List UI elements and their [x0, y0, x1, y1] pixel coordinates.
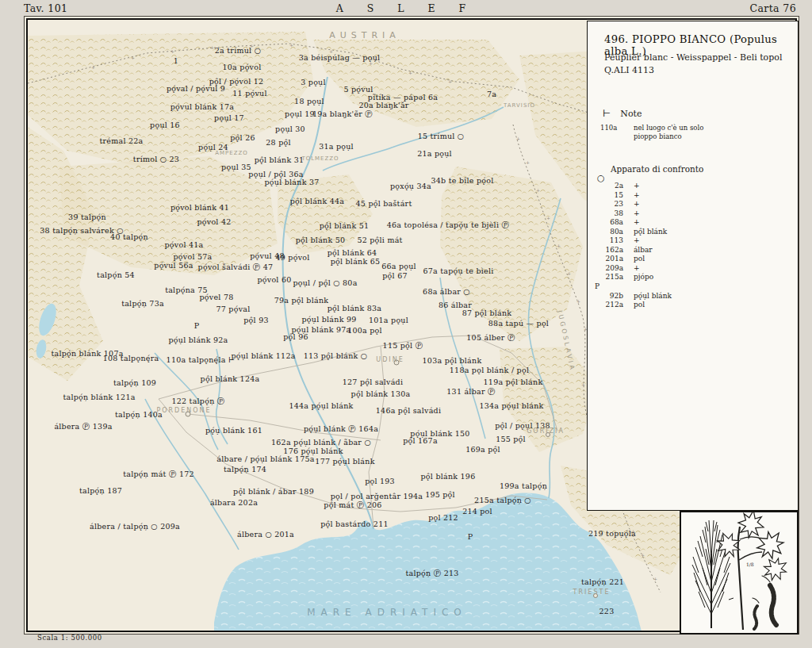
- apparato-point-number: 201a: [592, 255, 623, 264]
- apparato-value: +: [634, 236, 640, 246]
- apparato-point-number: 215a: [592, 273, 623, 282]
- note-header: ⊢Note: [603, 108, 642, 119]
- catkins: [753, 576, 776, 629]
- apparato-list: 2a+15+23+38+68a+80apǫ̂l blánk113+162aálb…: [592, 182, 672, 310]
- svg-text:+: +: [567, 270, 571, 276]
- apparato-point-number: 113: [592, 236, 623, 246]
- apparato-point-number: 23: [592, 200, 623, 209]
- svg-text:+: +: [250, 43, 254, 48]
- note-marker-icon: ⊢: [603, 108, 611, 119]
- apparato-point-number: 92b: [592, 292, 623, 301]
- apparato-value: pol: [634, 255, 645, 264]
- map-scale: Scala 1: 500.000: [37, 634, 102, 642]
- svg-text:+: +: [210, 44, 214, 50]
- apparato-title: Apparato di confronto: [611, 164, 703, 174]
- apparato-point-number: 38: [592, 209, 623, 219]
- apparato-row: 23+: [592, 200, 672, 209]
- svg-text:+: +: [631, 528, 635, 534]
- note-title: Note: [620, 109, 642, 119]
- apparato-value: +: [634, 218, 640, 228]
- apparato-value: +: [634, 209, 640, 219]
- note-entry: 110a nel luogo c'è un solo pioppo bianco: [600, 124, 716, 140]
- note-entry-number: 110a: [600, 124, 622, 140]
- svg-text:+: +: [536, 187, 540, 193]
- svg-text:+: +: [329, 48, 333, 54]
- apparato-point-number: 15: [592, 191, 623, 201]
- svg-text:+: +: [131, 55, 135, 60]
- apparato-row: 92bpǫ́ụl blánk: [592, 292, 672, 301]
- botanical-inset: 1/8: [680, 511, 799, 635]
- figure-scale: 1/8: [746, 562, 754, 567]
- svg-text:+: +: [516, 136, 520, 141]
- poplar-illustration: 1/8: [681, 512, 797, 633]
- svg-text:+: +: [641, 552, 645, 558]
- apparato-point-number: P: [592, 282, 626, 292]
- apparato-value: +: [634, 182, 640, 191]
- questionnaire-code: Q.ALI 4113: [604, 65, 654, 75]
- svg-text:+: +: [653, 576, 657, 581]
- apparato-value: álbar: [634, 246, 653, 255]
- note-entry-text: nel luogo c'è un solo pioppo bianco: [634, 124, 716, 140]
- apparato-point-number: 80a: [592, 228, 623, 237]
- apparato-value: +: [634, 191, 640, 201]
- svg-text:+: +: [557, 243, 561, 248]
- tree-silhouette: [692, 520, 733, 628]
- svg-text:+: +: [448, 79, 452, 84]
- apparato-point-number: 162a: [592, 246, 623, 255]
- apparato-value: pǫ̂l blánk: [634, 228, 667, 237]
- carta-number: Carta 76: [749, 2, 796, 14]
- apparato-row: 212apol: [592, 301, 672, 310]
- apparato-value: pjópo: [634, 273, 653, 282]
- svg-text:+: +: [91, 64, 95, 70]
- apparato-row: 38+: [592, 209, 672, 219]
- apparato-value: +: [634, 200, 640, 209]
- tav-number: Tav. 101: [24, 2, 67, 14]
- apparato-row: 15+: [592, 191, 672, 201]
- apparato-point-number: 2a: [592, 182, 623, 191]
- svg-text:+: +: [546, 215, 550, 220]
- apparato-row: 113+: [592, 236, 672, 246]
- apparato-value: pǫ́ụl blánk: [634, 292, 672, 301]
- apparato-row: 68a+: [592, 218, 672, 228]
- apparato-row: P: [592, 282, 672, 292]
- svg-text:+: +: [576, 298, 580, 304]
- map-subtitle: Peuplier blanc - Weisspappel - Beli topo…: [604, 52, 782, 63]
- apparato-value: pol: [634, 301, 645, 310]
- svg-text:+: +: [170, 48, 174, 54]
- apparato-value: +: [634, 264, 640, 274]
- apparato-row: 209a+: [592, 264, 672, 274]
- apparato-row: 80apǫ̂l blánk: [592, 228, 672, 237]
- atlas-title: A S L E F: [336, 2, 477, 14]
- legend-panel: 496. PIOPPO BIANCO (Populus alba L.) Peu…: [587, 21, 799, 511]
- svg-text:+: +: [581, 382, 585, 387]
- apparato-row: 201apol: [592, 255, 672, 264]
- apparato-row: 2a+: [592, 182, 672, 191]
- svg-text:+: +: [289, 42, 293, 48]
- apparato-row: 215apjópo: [592, 273, 672, 282]
- apparato-point-number: 212a: [592, 301, 623, 310]
- apparato-point-number: 68a: [592, 218, 623, 228]
- apparato-row: 162aálbar: [592, 246, 672, 255]
- svg-text:+: +: [408, 70, 412, 75]
- svg-text:+: +: [369, 60, 373, 66]
- apparato-point-number: 209a: [592, 264, 623, 274]
- svg-text:+: +: [526, 159, 530, 165]
